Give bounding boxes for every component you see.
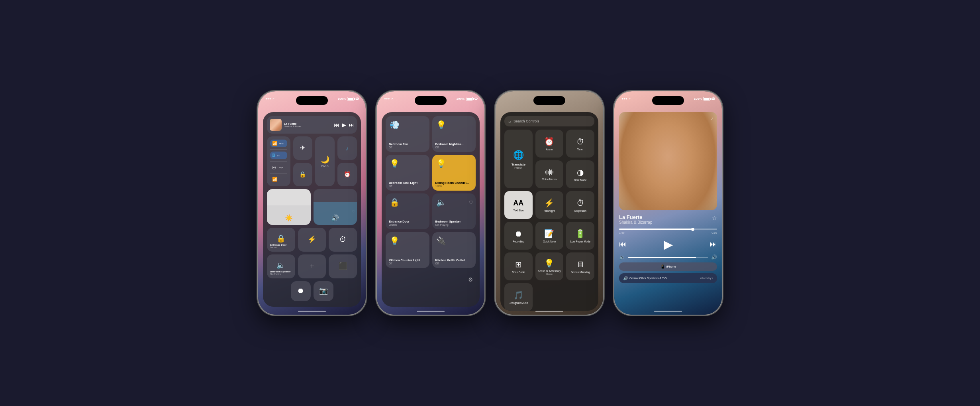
stopwatch-tile[interactable]: ⏱ Stopwatch — [566, 191, 594, 219]
wifi-icon-2: ⌿ — [391, 97, 393, 101]
lock-tile[interactable]: 🔒 — [293, 163, 313, 186]
scene-accessory-tile[interactable]: 💡 Scene or Accessory Home — [535, 252, 564, 280]
scene-icon: 💡 — [544, 258, 554, 268]
signal-2: ●●● ⌿ — [384, 97, 393, 101]
calculator-tile[interactable]: ⌗ — [298, 254, 326, 278]
forward-main-btn[interactable]: ⏭ — [710, 240, 717, 248]
song-artist: Shakira & Bizarr... — [284, 125, 331, 128]
chandelier-title: Dining Room Chandel... — [435, 181, 473, 185]
record-tile[interactable]: ⏺ — [291, 281, 311, 301]
voice-memo-label: Voice Memo — [542, 178, 557, 181]
search-bar[interactable]: ⌕ Search Controls — [504, 116, 594, 126]
song-details: La Fuerte Shakira & Bizarrap — [619, 214, 652, 227]
hotspot-toggle[interactable]: 📶 — [270, 175, 287, 183]
np-song-title: La Fuerte — [619, 214, 652, 220]
chandelier-tile[interactable]: 💡 Dining Room Chandel... 100% — [432, 155, 476, 191]
shazam-icon: 🎵 — [514, 290, 523, 300]
timer-tile[interactable]: ⏱ — [329, 228, 357, 252]
flashlight-tile[interactable]: ⚡ — [298, 228, 326, 252]
nightstand-icon: 💡 — [436, 120, 446, 130]
bedroom-fan-tile[interactable]: 💨 Bedroom Fan Off — [386, 116, 429, 152]
airplane-tile[interactable]: ✈ — [293, 136, 313, 160]
flashlight-tile-3[interactable]: ⚡ Flashlight — [535, 191, 564, 219]
song-info-row: La Fuerte Shakira & Bizarrap ☆ — [619, 214, 717, 227]
heart-icon-2: ♡ — [469, 200, 473, 205]
music-tile[interactable]: La Fuerte Shakira & Bizarr... ⏮ ▶ ⏭ ♡ — [267, 116, 357, 134]
battery-area: 100% ⏻ — [338, 97, 359, 101]
bedroom-speaker-tile[interactable]: 🔈 Bedroom Speaker Not Playing — [267, 254, 295, 278]
chandelier-sub: 100% — [435, 185, 473, 187]
speaker-icon-bar: 🔊 — [623, 276, 628, 280]
phone-1: ●●● ⌿ 100% ⏻ La Fuert — [258, 91, 366, 315]
screen-mirroring-tile[interactable]: 🖥 Screen Mirroring — [566, 252, 594, 280]
focus-tile[interactable]: 🌙 Focus — [315, 136, 335, 186]
volume-slider[interactable]: 🔊 — [314, 189, 357, 225]
vol-high-icon: 🔊 — [711, 254, 717, 260]
alarm-tile-3[interactable]: ⏰ Alarm — [535, 130, 564, 158]
airdrop-toggle[interactable]: ◎ Drop — [270, 164, 287, 171]
camera-tile[interactable]: 📷 — [314, 281, 333, 301]
battery-icon-2 — [466, 97, 473, 101]
forward-btn[interactable]: ⏭ — [349, 122, 354, 128]
power-icon-4: ⏻ — [711, 97, 715, 101]
elapsed-time: 1:46 — [619, 231, 625, 234]
rewind-main-btn[interactable]: ⏮ — [619, 240, 626, 248]
volume-bar[interactable] — [628, 257, 708, 258]
device-selector[interactable]: 📱 iPhone — [619, 262, 717, 271]
np-song-artist: Shakira & Bizarrap — [619, 220, 652, 225]
vol-low-icon: 🔉 — [619, 254, 625, 260]
entrance-door-tile[interactable]: 🔒 Entrance Door Locked — [267, 228, 295, 252]
low-power-tile[interactable]: 🔋 Low Power Mode — [566, 222, 594, 250]
control-center-1: La Fuerte Shakira & Bizarr... ⏮ ▶ ⏭ ♡ — [263, 112, 361, 307]
playback-controls-main: ⏮ ▶ ⏭ — [619, 237, 717, 251]
music-info: La Fuerte Shakira & Bizarr... — [284, 122, 331, 128]
door-lock-icon-2: 🔒 — [390, 197, 400, 207]
speakers-bar[interactable]: 🔊 Control Other Speakers & TVs 4 Nearby … — [619, 273, 717, 283]
phone-2: ●●● ⌿ 100% ⏻ 💨 Bedroom Fan Off 💡 Bedroom… — [377, 91, 484, 315]
kettle-outlet-tile[interactable]: 🔌 Kitchen Kettle Outlet Off — [432, 232, 476, 268]
music-widget-tile[interactable]: ♪ — [337, 136, 357, 160]
task-light-tile[interactable]: 💡 Bedroom Task Light Off — [386, 155, 429, 191]
timer-icon-3: ⏱ — [576, 137, 584, 146]
recognize-label: Recognize Music — [509, 302, 529, 305]
screen-mirror-tile[interactable]: ⬛ — [329, 254, 357, 278]
timer-tile-3[interactable]: ⏱ Timer — [566, 130, 594, 158]
voice-memo-tile[interactable]: Voice Memo — [535, 160, 564, 188]
alarm-tile[interactable]: ⏰ — [337, 163, 357, 186]
quick-note-icon: 📝 — [544, 229, 554, 238]
flashlight-icon-3: ⚡ — [544, 198, 554, 208]
scan-code-tile[interactable]: ⊞ Scan Code — [504, 252, 533, 280]
brightness-slider[interactable]: ☀️ — [267, 189, 311, 225]
music-note-icon-4: ♪ — [711, 115, 713, 121]
progress-thumb — [691, 228, 694, 231]
counterlight-title: Kitchen Counter Light — [389, 258, 426, 262]
recording-tile[interactable]: ⏺ Recording — [504, 222, 533, 250]
tasklight-sub: Off — [389, 185, 426, 187]
bluetooth-toggle[interactable]: 𝔹 BT — [270, 152, 287, 159]
bedroom-speaker-tile-2[interactable]: 🔈 Bedroom Speaker Not Playing — [432, 193, 476, 229]
controls-grid: 🌐 Translate French ⏰ Alarm ⏱ Timer — [504, 130, 594, 311]
nightstand-tile[interactable]: 💡 Bedroom Nightsta... Off — [432, 116, 476, 152]
phone-4: ●●● ⌿ 100% ⏻ ♪ La Fuerte Shakira & Bizar… — [614, 91, 722, 315]
counter-light-tile[interactable]: 💡 Kitchen Counter Light Off — [386, 232, 429, 268]
recognize-music-tile[interactable]: 🎵 Recognize Music — [504, 283, 533, 311]
tasklight-title: Bedroom Task Light — [389, 181, 426, 185]
progress-bar[interactable] — [619, 229, 717, 230]
entrance-door-tile-2[interactable]: 🔒 Entrance Door Locked — [386, 193, 429, 229]
focus-icon: 🌙 — [321, 155, 329, 164]
home-indicator-4 — [654, 311, 682, 312]
star-icon[interactable]: ☆ — [712, 215, 717, 221]
play-btn[interactable]: ▶ — [342, 122, 346, 128]
wifi-toggle[interactable]: 📶 WiFi — [270, 140, 287, 147]
stopwatch-icon: ⏱ — [576, 199, 584, 208]
settings-icon[interactable]: ⚙ — [468, 276, 473, 283]
text-size-tile[interactable]: AA Text Size — [504, 191, 533, 219]
speaker-icon: 🔈 — [276, 261, 285, 270]
quick-note-tile[interactable]: 📝 Quick Note — [535, 222, 564, 250]
dark-mode-tile[interactable]: ◑ Dark Mode — [566, 160, 594, 188]
home-indicator-2 — [417, 311, 445, 312]
play-main-btn[interactable]: ▶ — [664, 237, 673, 251]
battery-icon — [347, 97, 354, 101]
translate-tile[interactable]: 🌐 Translate French — [504, 130, 533, 188]
rewind-btn[interactable]: ⏮ — [334, 122, 339, 128]
